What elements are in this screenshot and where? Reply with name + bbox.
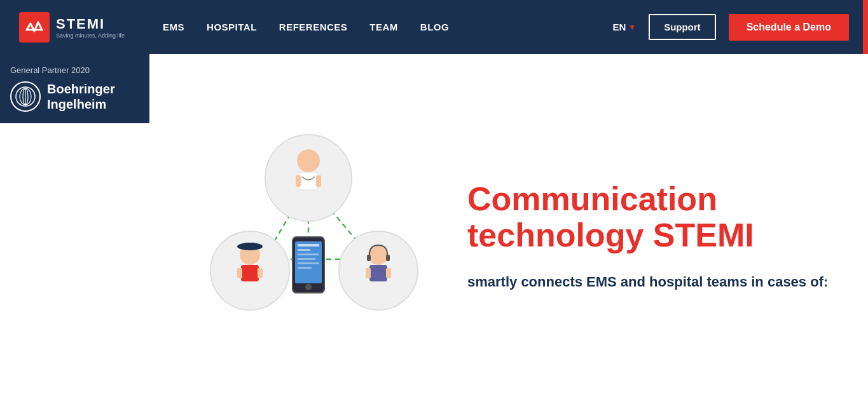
brand-name: STEMI (56, 16, 125, 32)
svg-rect-20 (245, 243, 255, 249)
main-content: General Partner 2020 BoehringerIngelheim (0, 54, 868, 418)
stemi-logo-icon (19, 12, 50, 43)
tagline: Saving minutes, Adding life (56, 32, 125, 39)
svg-rect-12 (296, 175, 301, 187)
nav-hospital[interactable]: HOSPITAL (207, 22, 257, 32)
svg-rect-31 (298, 249, 310, 251)
svg-point-36 (305, 284, 312, 290)
svg-rect-18 (258, 268, 263, 278)
svg-rect-13 (316, 175, 321, 187)
schedule-demo-button[interactable]: Schedule a Demo (729, 14, 849, 41)
nav-blog[interactable]: BLOG (420, 22, 449, 32)
partner-logo: BoehringerIngelheim (10, 81, 139, 112)
hero-subtitle: smartly connects EMS and hospital teams … (467, 273, 830, 292)
partner-name: BoehringerIngelheim (47, 81, 115, 112)
nav-ems[interactable]: EMS (163, 22, 184, 32)
connection-diagram (175, 132, 442, 342)
logo-text: STEMI Saving minutes, Adding life (56, 16, 125, 39)
nav-references[interactable]: REFERENCES (279, 22, 348, 32)
svg-rect-32 (298, 253, 319, 255)
svg-rect-33 (298, 258, 315, 260)
navbar: STEMI Saving minutes, Adding life EMS HO… (0, 0, 868, 54)
logo-area[interactable]: STEMI Saving minutes, Adding life (19, 12, 125, 43)
partner-label: General Partner 2020 (10, 65, 139, 75)
red-accent-bar (863, 0, 868, 54)
support-button[interactable]: Support (649, 14, 716, 40)
boehringer-logo-icon (10, 81, 41, 112)
svg-rect-25 (386, 268, 391, 278)
lang-label: EN (612, 22, 626, 32)
partner-sidebar: General Partner 2020 BoehringerIngelheim (0, 54, 149, 123)
svg-rect-16 (241, 265, 259, 281)
svg-rect-26 (367, 255, 371, 261)
svg-rect-27 (386, 255, 390, 261)
nav-links: EMS HOSPITAL REFERENCES TEAM BLOG (163, 22, 612, 32)
nav-right: EN ▼ Support Schedule a Demo (612, 14, 849, 41)
language-selector[interactable]: EN ▼ (612, 22, 636, 32)
nav-team[interactable]: TEAM (369, 22, 398, 32)
hero-title: Communication technology STEMI (467, 181, 830, 253)
svg-rect-30 (298, 244, 319, 246)
svg-point-10 (297, 149, 320, 172)
diagram-area (175, 132, 442, 342)
lang-dropdown-arrow: ▼ (628, 23, 636, 32)
svg-rect-11 (299, 172, 318, 190)
svg-rect-24 (366, 268, 371, 278)
hero-area: Communication technology STEMI smartly c… (149, 54, 868, 418)
hero-text: Communication technology STEMI smartly c… (467, 181, 830, 292)
svg-rect-34 (298, 262, 319, 264)
svg-rect-17 (237, 268, 242, 278)
svg-rect-23 (369, 265, 387, 281)
svg-rect-35 (298, 267, 312, 269)
